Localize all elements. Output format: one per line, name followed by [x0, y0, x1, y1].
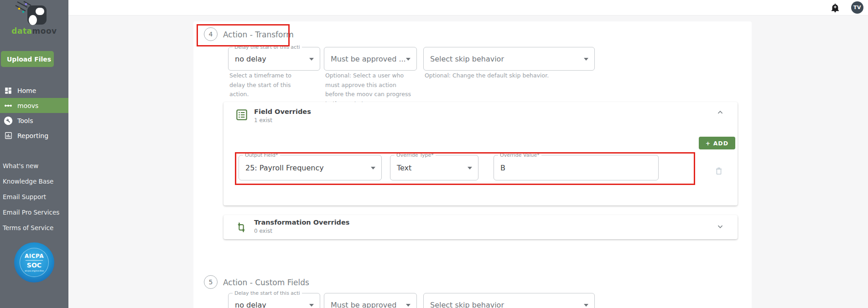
link-email-pro-services[interactable]: Email Pro Services: [3, 209, 59, 216]
chevron-down-icon: [406, 304, 411, 307]
delay-select[interactable]: Delay the start of this acti no delay: [228, 47, 320, 71]
override-value-field: Override Value*: [494, 155, 659, 180]
collapse-chevron-up-icon[interactable]: [715, 108, 725, 118]
override-type-label: Override Type*: [395, 152, 436, 158]
sidebar-item-moovs[interactable]: moovs: [0, 98, 68, 113]
step5-title: Action - Custom Fields: [223, 278, 309, 287]
datamoov-logo-icon: [14, 1, 55, 26]
approver-select-value: Must be approved ...: [331, 55, 406, 63]
user-avatar[interactable]: TV: [851, 1, 863, 14]
chevron-down-icon: [584, 58, 588, 61]
step5-number: 5: [204, 275, 218, 289]
sidebar-item-home[interactable]: Home: [0, 83, 68, 98]
link-email-support[interactable]: Email Support: [3, 193, 46, 200]
badge-url-label: aicpa.org/soc4so: [25, 269, 44, 272]
step4-title: Action - Transform: [223, 30, 294, 39]
wrench-icon: [4, 116, 13, 125]
step4-number: 4: [204, 27, 218, 41]
delete-override-trash-icon[interactable]: [714, 165, 724, 176]
wordmark-green: data: [11, 26, 32, 36]
dashboard-icon: [4, 86, 13, 95]
delay-helper-text: Select a timeframe to delay the start of…: [229, 71, 306, 99]
sidebar-item-reporting[interactable]: Reporting: [0, 128, 68, 143]
link-whats-new[interactable]: What's new: [3, 162, 38, 169]
delay-select-value: no delay: [235, 301, 266, 308]
sidebar-item-label: Tools: [17, 117, 33, 124]
upload-files-button[interactable]: Upload Files: [1, 51, 54, 67]
app-screen: datamoov Upload Files Home moovs Tools R…: [0, 0, 868, 308]
approver-select[interactable]: Must be approved ...: [324, 47, 417, 71]
datamoov-wordmark: datamoov: [0, 26, 68, 36]
sidebar: datamoov Upload Files Home moovs Tools R…: [0, 0, 68, 308]
badge-program-label: SOC: [27, 262, 42, 268]
delay-select-label: Delay the start of this acti: [233, 290, 302, 296]
output-field-label: Output Field*: [243, 152, 280, 158]
chevron-down-icon: [406, 58, 411, 61]
transformation-overrides-icon: [235, 221, 248, 234]
aicpa-soc-badge: AICPA SOC aicpa.org/soc4so: [14, 242, 54, 282]
field-overrides-title: Field Overrides: [254, 108, 311, 115]
transformation-overrides-count: 0 exist: [254, 228, 272, 234]
delay-select-step5[interactable]: Delay the start of this acti no delay: [228, 293, 320, 308]
approver-select-value: Must be approved: [331, 301, 396, 308]
sidebar-item-label: Reporting: [17, 132, 48, 139]
bar-chart-icon: [4, 131, 13, 140]
topbar: TV: [68, 0, 868, 15]
wordmark-dark: moov: [32, 26, 57, 36]
notification-bell-icon[interactable]: [830, 2, 840, 13]
skip-helper-text: Optional: Change the default skip behavi…: [425, 71, 616, 81]
transformation-overrides-card: Transformation Overrides 0 exist: [223, 215, 738, 239]
badge-divider: [26, 260, 43, 261]
expand-chevron-down-icon[interactable]: [715, 221, 725, 231]
sidebar-item-label: moovs: [17, 102, 38, 109]
sidebar-item-tools[interactable]: Tools: [0, 113, 68, 128]
chevron-down-icon: [309, 58, 314, 61]
field-overrides-icon: [235, 108, 249, 122]
chevron-down-icon: [371, 167, 375, 169]
chevron-down-icon: [584, 304, 588, 307]
add-override-button[interactable]: + ADD: [699, 137, 735, 149]
skip-behavior-select[interactable]: Select skip behavior: [423, 47, 595, 71]
approver-select-step5[interactable]: Must be approved: [324, 293, 417, 308]
chevron-down-icon: [309, 304, 314, 307]
aicpa-soc-badge-inner: AICPA SOC aicpa.org/soc4so: [20, 248, 49, 277]
skip-behavior-select-value: Select skip behavior: [430, 55, 504, 63]
override-type-value: Text: [397, 164, 411, 172]
override-value-input[interactable]: [500, 155, 646, 180]
badge-org-label: AICPA: [25, 253, 44, 259]
sidebar-item-label: Home: [17, 87, 36, 94]
moovs-dots-icon: [4, 101, 13, 110]
delay-select-value: no delay: [235, 55, 266, 63]
delay-select-label: Delay the start of this acti: [233, 44, 302, 50]
output-field-select[interactable]: Output Field* 25: Payroll Frequency: [239, 155, 382, 180]
field-overrides-card: Field Overrides 1 exist + ADD Output Fie…: [223, 102, 738, 205]
skip-behavior-select-value: Select skip behavior: [430, 301, 504, 308]
override-type-select[interactable]: Override Type* Text: [390, 155, 478, 180]
field-overrides-count: 1 exist: [254, 117, 272, 123]
chevron-down-icon: [468, 167, 472, 169]
link-terms-of-service[interactable]: Terms of Service: [3, 224, 53, 231]
link-knowledge-base[interactable]: Knowledge Base: [3, 178, 53, 185]
skip-behavior-select-step5[interactable]: Select skip behavior: [423, 293, 595, 308]
transformation-overrides-title: Transformation Overrides: [254, 219, 349, 226]
output-field-value: 25: Payroll Frequency: [245, 164, 324, 172]
